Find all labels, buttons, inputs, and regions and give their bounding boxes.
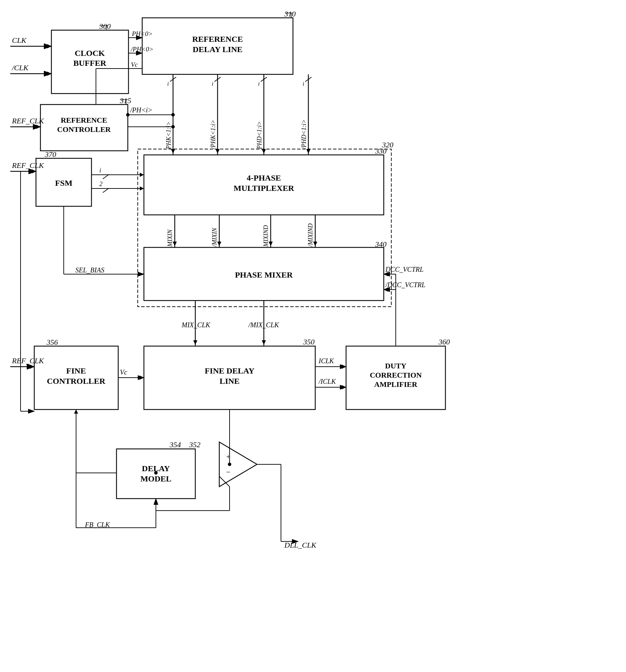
ref-340: 340: [375, 240, 386, 248]
fsm-2-label: 2: [99, 181, 102, 187]
junction-phi2: [171, 125, 175, 129]
ref-310: 310: [284, 10, 296, 18]
vc-cb-label: Vc: [131, 61, 138, 68]
ref-350: 350: [303, 338, 315, 346]
ref-352: 352: [189, 440, 200, 449]
mixin-label: MIXIN: [167, 229, 173, 247]
iclk-label: ICLK: [318, 357, 334, 365]
mixind-label: MIXIND: [262, 225, 269, 247]
i-label-1: i: [167, 81, 169, 87]
mix-clk-label: MIX_CLK: [181, 321, 211, 329]
ref-ctrl-label2: CONTROLLER: [57, 125, 111, 134]
ref-315: 315: [120, 96, 131, 105]
ref-clk-fine-label: REF_CLK: [12, 356, 44, 365]
ref-delay-label2: DELAY LINE: [193, 45, 243, 54]
clk-bar-label: /CLK: [11, 63, 29, 72]
ref-ctrl-label1: REFERENCE: [61, 116, 107, 124]
ref-370: 370: [45, 150, 56, 159]
ref-clk-fsm-label: REF_CLK: [12, 161, 44, 170]
dcc-vctrl-bar-label: /DCC_VCTRL: [385, 281, 426, 289]
i-label-3: i: [258, 81, 260, 87]
clock-buffer-label2: BUFFER: [73, 59, 107, 68]
phk1i-bar-sig-label: /PHK<1:i>: [210, 120, 217, 149]
ref-clk-rc-label: REF_CLK: [12, 117, 44, 125]
circuit-diagram-svg: CLOCK BUFFER REFERENCE DELAY LINE REFERE…: [0, 0, 626, 672]
ref-300: 300: [99, 22, 111, 30]
iclk-bar-label: /ICLK: [318, 378, 336, 385]
duty-label3: AMPLIFIER: [374, 380, 418, 389]
fine-delay-label1: FINE DELAY: [205, 366, 254, 375]
mix-clk-bar-label: /MIX_CLK: [248, 321, 280, 329]
delay-model-label2: MODEL: [140, 474, 172, 483]
ref-360: 360: [438, 338, 450, 346]
mixin-bar-label: /MIXIN: [211, 228, 218, 247]
junction-dm: [154, 471, 158, 475]
ref-356: 356: [46, 338, 58, 346]
duty-label1: DUTY: [385, 362, 406, 370]
phk1i-sig-label: PHK<1:i>: [165, 122, 172, 149]
fine-ctrl-label2: CONTROLLER: [47, 377, 106, 386]
junction-phi-rc: [126, 113, 130, 117]
ref-354-label: 354: [169, 440, 181, 449]
fb-clk-label: FB_CLK: [85, 521, 110, 528]
phi-label: /PH<i>: [130, 106, 152, 114]
clock-buffer-label: CLOCK: [75, 49, 105, 58]
dll-clk-label: DLL_CLK: [284, 541, 317, 549]
phd1i-sig-label: PHD<1:i>: [256, 121, 263, 149]
fine-delay-label2: LINE: [220, 377, 240, 386]
comp-minus: −: [226, 468, 230, 476]
sel-bias-label: SEL_BIAS: [75, 266, 104, 274]
phase-mixer-label: PHASE MIXER: [235, 270, 293, 279]
fsm-label: FSM: [55, 179, 73, 187]
i-label-2: i: [212, 81, 213, 87]
ph0-label: PH<0>: [132, 30, 152, 37]
ref-330: 330: [375, 147, 386, 155]
junction-comp: [228, 463, 231, 466]
fsm-i-label: i: [99, 167, 101, 174]
mixind-bar-label: /MIXIND: [307, 223, 314, 247]
phd1i-bar-sig-label: /PHD<1:i>: [300, 120, 307, 149]
ref-delay-label1: REFERENCE: [192, 35, 243, 44]
mux-label2: MULTIPLEXER: [234, 184, 294, 193]
i-label-4: i: [303, 81, 304, 87]
dcc-vctrl-label: DCC_VCTRL: [385, 266, 424, 273]
svg-rect-0: [0, 0, 626, 672]
ph0-bar-label: /PH<0>: [131, 46, 154, 53]
vc-fine-label: Vc: [120, 368, 127, 376]
duty-label2: CORRECTION: [370, 371, 422, 379]
mux-label1: 4-PHASE: [247, 173, 281, 182]
fine-ctrl-label1: FINE: [66, 366, 86, 375]
diagram-container: CLOCK BUFFER REFERENCE DELAY LINE REFERE…: [0, 0, 626, 672]
clk-label: CLK: [12, 36, 27, 45]
